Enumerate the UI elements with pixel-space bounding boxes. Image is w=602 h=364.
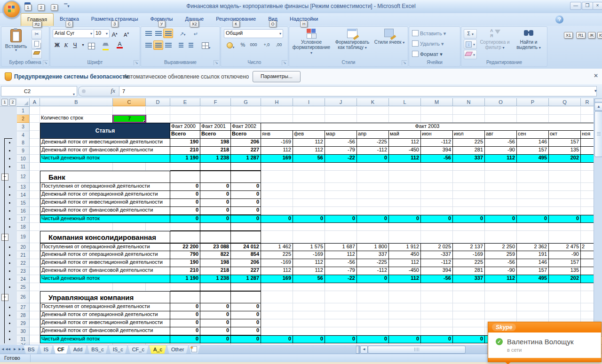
cell[interactable] xyxy=(200,231,231,243)
cell[interactable]: Чистый денежный поток xyxy=(40,155,170,163)
cell[interactable]: янв xyxy=(261,131,293,139)
cell[interactable]: Количество строк xyxy=(40,115,113,123)
cell[interactable]: Факт 2001 xyxy=(200,123,231,131)
cell[interactable] xyxy=(261,319,293,327)
cell[interactable] xyxy=(581,163,594,171)
cell[interactable] xyxy=(325,107,357,115)
cell[interactable] xyxy=(453,231,485,243)
ribbon-tab-Вид[interactable]: ВидО xyxy=(262,13,284,26)
column-header-R[interactable]: R xyxy=(581,98,594,106)
cell[interactable] xyxy=(200,107,231,115)
cell[interactable] xyxy=(231,283,261,291)
cell[interactable] xyxy=(325,327,357,335)
cell[interactable]: 0 xyxy=(421,335,453,343)
cell[interactable]: 0 xyxy=(389,335,421,343)
cell[interactable] xyxy=(389,191,421,199)
cell[interactable]: -79 xyxy=(325,147,357,155)
cell[interactable] xyxy=(146,107,170,115)
row-header-26[interactable]: 26 xyxy=(17,291,30,303)
cell[interactable] xyxy=(293,183,325,191)
cell[interactable]: 202 xyxy=(549,155,581,163)
cell[interactable]: 495 xyxy=(517,275,549,283)
cell[interactable] xyxy=(325,283,357,291)
first-sheet-button[interactable]: ◄◄ xyxy=(1,346,6,353)
accounting-format-button[interactable]: ▾ xyxy=(224,40,237,50)
cell[interactable] xyxy=(389,199,421,207)
wrap-text-button[interactable]: ↵ xyxy=(191,29,201,38)
outline-collapse-button[interactable]: − xyxy=(1,294,8,301)
ribbon-tab-Главная[interactable]: ГлавнаяЯ2 xyxy=(21,13,54,26)
cell[interactable]: Денежный поток от операционной деятельно… xyxy=(40,191,170,199)
cell[interactable] xyxy=(146,163,170,171)
sheet-tab-BS_c[interactable]: BS_c xyxy=(87,345,108,354)
cell[interactable]: 112 xyxy=(389,139,421,147)
cell[interactable]: 202 xyxy=(549,275,581,283)
cell[interactable]: -56 xyxy=(325,259,357,267)
cell[interactable] xyxy=(421,199,453,207)
cell[interactable] xyxy=(421,303,453,311)
cell[interactable] xyxy=(485,223,517,231)
row-header-30[interactable]: 30 xyxy=(17,327,30,335)
restore-button[interactable]: ❒ xyxy=(582,2,593,10)
align-bottom-button[interactable] xyxy=(163,29,173,38)
cell[interactable] xyxy=(549,291,581,303)
cell[interactable]: 2 250 xyxy=(485,243,517,251)
cell[interactable]: 0 xyxy=(200,207,231,215)
cell[interactable] xyxy=(40,223,113,231)
scroll-left-icon[interactable]: ◄ xyxy=(360,346,368,354)
cell[interactable]: 0 xyxy=(170,215,200,223)
cell[interactable] xyxy=(293,291,325,303)
cell[interactable] xyxy=(30,275,40,283)
cell[interactable] xyxy=(231,163,261,171)
cell[interactable] xyxy=(231,231,261,243)
selected-cell-C2[interactable]: 7 xyxy=(113,115,146,123)
cell[interactable]: -225 xyxy=(357,259,389,267)
cell[interactable]: 394 xyxy=(421,147,453,155)
cell[interactable] xyxy=(30,243,40,251)
cell[interactable]: 337 xyxy=(453,155,485,163)
cell[interactable] xyxy=(146,115,170,123)
cell[interactable] xyxy=(261,283,293,291)
cell[interactable] xyxy=(170,163,200,171)
select-all-button[interactable] xyxy=(17,98,30,107)
cell[interactable] xyxy=(40,283,113,291)
cell[interactable] xyxy=(261,311,293,319)
cell[interactable] xyxy=(581,283,594,291)
cell[interactable]: ноя xyxy=(581,131,594,139)
cell[interactable] xyxy=(453,291,485,303)
cell[interactable]: Чистый денежный поток xyxy=(40,215,170,223)
dialog-launcher-icon[interactable]: ↘ xyxy=(402,60,407,65)
format-as-table-button[interactable]: Форматировать как таблицу ▾ xyxy=(333,28,372,50)
cell[interactable]: 225 xyxy=(453,139,485,147)
cell[interactable] xyxy=(421,291,453,303)
cell[interactable]: 146 xyxy=(517,139,549,147)
cell[interactable]: Денежный поток от финансовой деятельност… xyxy=(40,327,170,335)
cell[interactable]: 190 xyxy=(170,139,200,147)
cell[interactable] xyxy=(421,311,453,319)
cell[interactable] xyxy=(30,171,40,183)
cell[interactable] xyxy=(30,283,40,291)
cell[interactable]: окт xyxy=(549,131,581,139)
close-button[interactable]: × xyxy=(593,2,602,10)
cell[interactable]: май xyxy=(389,131,421,139)
cell[interactable] xyxy=(485,107,517,115)
column-header-D[interactable]: D xyxy=(146,98,170,106)
cell[interactable] xyxy=(453,115,485,123)
row-header-10[interactable]: 10 xyxy=(17,155,30,163)
cell[interactable]: Денежный поток от инвестиционной деятель… xyxy=(40,199,170,207)
cell[interactable]: 23 088 xyxy=(200,243,231,251)
cell[interactable]: 198 xyxy=(200,139,231,147)
column-header-A[interactable]: A xyxy=(30,98,40,106)
cell[interactable] xyxy=(170,107,200,115)
cell[interactable]: -225 xyxy=(357,139,389,147)
table-header-statya[interactable]: Статья xyxy=(40,123,170,139)
cell[interactable] xyxy=(325,291,357,303)
cell[interactable]: -169 xyxy=(453,251,485,259)
cell[interactable] xyxy=(40,163,113,171)
cell[interactable] xyxy=(421,223,453,231)
cell[interactable] xyxy=(357,303,389,311)
cell[interactable]: Поступления от операционной деятельности xyxy=(40,243,170,251)
cell[interactable]: 0 xyxy=(293,335,325,343)
cell[interactable]: Компания консолидированная xyxy=(40,231,170,243)
name-box-dropdown-icon[interactable]: ▾ xyxy=(73,90,75,99)
